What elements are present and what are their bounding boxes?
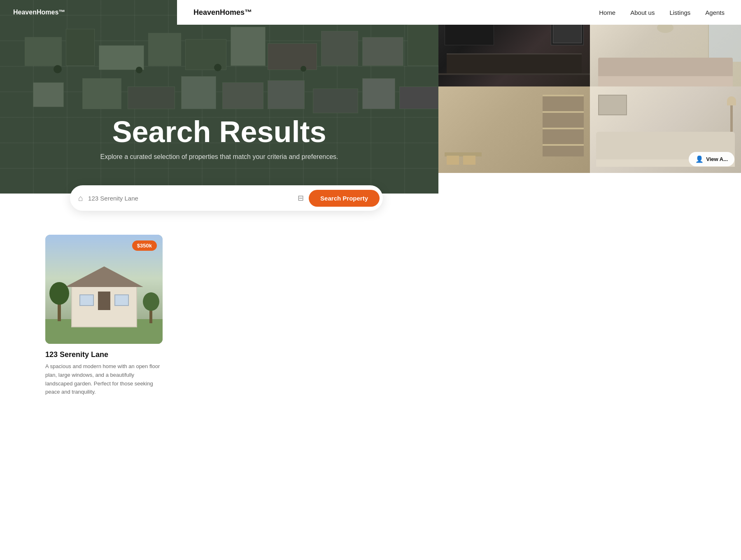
property-image xyxy=(45,235,163,344)
photo-dining xyxy=(438,86,590,173)
view-all-icon: 👤 xyxy=(695,155,704,163)
sofa-seat xyxy=(598,76,733,86)
shelf-4 xyxy=(543,144,584,146)
house-body xyxy=(71,286,137,327)
shelf-3 xyxy=(543,128,584,129)
hero-title: Search Results xyxy=(0,116,438,148)
house-roof xyxy=(65,266,143,287)
chair-2 xyxy=(463,156,475,165)
search-bar: ⌂ ⊟ Search Property xyxy=(70,185,383,211)
floor-lamp-shade xyxy=(727,96,736,105)
top-nav-about[interactable]: About us xyxy=(630,9,655,16)
right-panels: 👤 View A... Listing Agent David Lee davi… xyxy=(438,0,741,560)
view-all-label: View A... xyxy=(706,156,728,162)
property-description: A spacious and modern home with an open … xyxy=(45,362,163,397)
house-window-left xyxy=(79,294,94,306)
filter-icon[interactable]: ⊟ xyxy=(298,194,304,203)
tree-foliage xyxy=(49,282,69,305)
top-nav-agents[interactable]: Agents xyxy=(705,9,725,16)
house-window-right xyxy=(114,294,129,306)
price-badge: $350k xyxy=(132,240,157,251)
shelf-2 xyxy=(543,111,584,113)
house-door xyxy=(98,292,110,310)
shelf-1 xyxy=(543,95,584,96)
view-all-button[interactable]: 👤 View A... xyxy=(689,152,734,166)
top-nav-home[interactable]: Home xyxy=(599,9,615,16)
kitchen-counter xyxy=(447,54,582,74)
top-nav: HeavenHomes™ Home About us Listings Agen… xyxy=(177,0,741,25)
top-nav-listings[interactable]: Listings xyxy=(669,9,690,16)
property-image-wrap: $350k xyxy=(45,235,163,344)
shelving-unit xyxy=(543,95,584,156)
hero-background xyxy=(0,0,438,194)
tree-foliage-2 xyxy=(143,292,159,311)
search-input[interactable] xyxy=(88,195,298,202)
property-card: $350k 123 Serenity Lane A spacious and m… xyxy=(45,235,163,397)
hero-content: Search Results Explore a curated selecti… xyxy=(0,116,438,161)
house-icon: ⌂ xyxy=(78,194,83,203)
main-content: $350k 123 Serenity Lane A spacious and m… xyxy=(0,222,438,421)
wall-art xyxy=(598,95,627,115)
hero-subtitle: Explore a curated selection of propertie… xyxy=(0,153,438,161)
hero-section: HeavenHomes™ Home About us Listings Agen… xyxy=(0,0,438,194)
search-button[interactable]: Search Property xyxy=(309,190,380,207)
top-nav-links: Home About us Listings Agents xyxy=(599,9,725,16)
sofa-back xyxy=(598,58,733,78)
chair-1 xyxy=(447,156,459,165)
top-nav-brand: HeavenHomes™ xyxy=(193,8,252,17)
photo-lounge: 👤 View A... xyxy=(590,86,741,173)
property-name: 123 Serenity Lane xyxy=(45,350,163,359)
oven-door xyxy=(553,23,582,43)
hero-brand: HeavenHomes™ xyxy=(13,9,65,16)
photos-grid: 👤 View A... xyxy=(438,0,741,173)
counter-edge xyxy=(438,73,590,75)
